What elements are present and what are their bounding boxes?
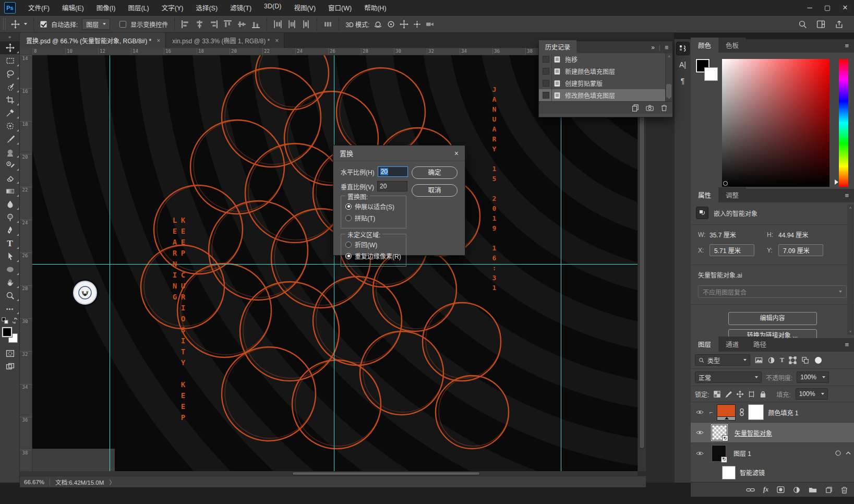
color-panel-swatches[interactable] — [696, 59, 719, 82]
collapse-smart-filters-icon[interactable] — [846, 451, 851, 455]
filter-pixel-layers-icon[interactable] — [755, 356, 763, 364]
menu-item[interactable]: 图层(L) — [122, 0, 155, 16]
color-fill-thumbnail[interactable] — [717, 404, 736, 417]
layer-name[interactable]: 智能滤镜 — [740, 468, 765, 477]
toolbar-collapse-icon[interactable]: » — [0, 33, 19, 41]
menu-item[interactable]: 视图(V) — [287, 0, 322, 16]
tab-paths[interactable]: 路径 — [746, 337, 774, 352]
vertical-scrollbar-thumb[interactable] — [639, 83, 645, 449]
lock-artboard-icon[interactable] — [748, 391, 755, 398]
history-source-checkbox[interactable] — [543, 68, 549, 75]
width-value[interactable]: 35.7 厘米 — [709, 230, 767, 239]
layer-row-smart-object[interactable]: 矢量智能对象 — [691, 423, 854, 443]
wrap-around-radio[interactable] — [345, 242, 352, 248]
tab-layers[interactable]: 图层 — [691, 337, 718, 352]
share-icon[interactable] — [835, 20, 844, 29]
opacity-dropdown[interactable]: 100% — [797, 371, 829, 383]
gradient-tool[interactable] — [0, 185, 20, 198]
layer-row-layer1[interactable]: 图层 1 — [691, 443, 854, 463]
tab-close-icon[interactable]: × — [157, 37, 160, 44]
menu-item[interactable]: 文件(F) — [22, 0, 56, 16]
close-icon[interactable]: ✕ — [836, 0, 854, 15]
align-horizontal-centers-icon[interactable] — [195, 20, 204, 29]
panel-menu-icon[interactable]: ≡ — [839, 338, 854, 352]
auto-select-checkbox[interactable] — [40, 21, 47, 28]
move-tool[interactable] — [0, 41, 20, 54]
delete-layer-trash-icon[interactable] — [841, 486, 848, 494]
visibility-eye-icon[interactable] — [694, 451, 705, 456]
history-step[interactable]: 新建颜色填充图层 — [539, 65, 672, 77]
layer-row-color-fill[interactable]: ⌐ 颜色填充 1 — [691, 402, 854, 423]
menu-item[interactable]: 滤镜(T) — [224, 0, 258, 16]
menu-item[interactable]: 3D(D) — [258, 0, 287, 16]
horizontal-scrollbar[interactable] — [20, 471, 638, 476]
layer-name[interactable]: 颜色填充 1 — [768, 408, 798, 417]
eyedropper-tool[interactable] — [0, 106, 20, 119]
align-left-edges-icon[interactable] — [181, 20, 190, 29]
menu-item[interactable]: 图像(I) — [90, 0, 122, 16]
add-layer-mask-icon[interactable] — [777, 486, 785, 493]
y-position-field[interactable]: 7.09 厘米 — [778, 244, 823, 256]
panel-menu-icon[interactable]: ≡ — [839, 39, 854, 53]
screen-mode-icon[interactable] — [0, 360, 20, 373]
horizontal-scale-input[interactable]: 20 — [378, 166, 408, 177]
layer-row-smart-filters[interactable]: 智能滤镜 — [691, 463, 854, 482]
history-source-checkbox[interactable] — [543, 80, 549, 87]
distribute-centers-icon[interactable] — [287, 20, 296, 29]
move-option-caret-icon[interactable] — [24, 23, 27, 25]
filter-type-layers-icon[interactable]: T — [780, 356, 784, 364]
tab-swatches[interactable]: 色板 — [718, 38, 746, 53]
align-top-edges-icon[interactable] — [223, 20, 232, 29]
menu-item[interactable]: 窗口(W) — [322, 0, 358, 16]
link-layers-icon[interactable] — [746, 487, 755, 493]
minimize-icon[interactable]: ─ — [801, 0, 819, 15]
swap-colors-icon[interactable] — [11, 317, 18, 324]
properties-scrollbar[interactable]: ˄˅ — [847, 205, 853, 335]
lock-transparency-icon[interactable] — [714, 391, 720, 398]
filter-toggle-pin[interactable] — [815, 357, 822, 364]
hand-tool[interactable] — [0, 276, 20, 289]
distribute-top-icon[interactable] — [273, 20, 282, 29]
history-step[interactable]: 拖移 — [539, 53, 672, 65]
menu-item[interactable]: 选择(S) — [189, 0, 224, 16]
tab-properties[interactable]: 属性 — [691, 187, 718, 202]
menu-item[interactable]: 文字(Y) — [155, 0, 190, 16]
smart-filter-blend-icon[interactable] — [835, 450, 841, 457]
type-tool[interactable]: T — [0, 237, 20, 250]
lasso-tool[interactable] — [0, 67, 20, 80]
workspace-switcher-icon[interactable] — [816, 20, 825, 29]
background-swatch[interactable] — [704, 67, 718, 81]
tab-close-icon[interactable]: × — [275, 37, 279, 44]
cancel-button[interactable]: 取消 — [412, 184, 458, 197]
filter-shape-layers-icon[interactable] — [789, 356, 797, 364]
hue-strip[interactable] — [839, 59, 848, 187]
tab-channels[interactable]: 通道 — [718, 337, 746, 352]
search-icon[interactable] — [798, 20, 807, 29]
tab-color[interactable]: 颜色 — [691, 38, 718, 53]
history-source-checkbox[interactable] — [543, 92, 549, 99]
tab-adjustments[interactable]: 调整 — [718, 187, 746, 202]
distribute-spacing-icon[interactable] — [323, 20, 332, 29]
align-vertical-centers-icon[interactable] — [237, 20, 246, 29]
lock-pixels-icon[interactable] — [725, 391, 732, 398]
fill-dropdown[interactable]: 100% — [796, 388, 828, 400]
move-tool-option-icon[interactable] — [11, 20, 20, 29]
zoom-tool[interactable] — [0, 289, 20, 302]
show-transform-checkbox[interactable] — [119, 21, 126, 28]
pen-tool[interactable] — [0, 224, 20, 237]
maximize-icon[interactable]: ▢ — [819, 0, 836, 15]
new-adjustment-layer-icon[interactable] — [793, 486, 800, 494]
filter-adjustment-layers-icon[interactable] — [767, 356, 775, 364]
lock-all-icon[interactable] — [760, 391, 766, 398]
hue-marker[interactable] — [835, 179, 838, 185]
menu-item[interactable]: 编辑(E) — [56, 0, 90, 16]
edit-toolbar-icon[interactable]: ••• — [0, 302, 20, 315]
align-right-edges-icon[interactable] — [209, 20, 218, 29]
tile-radio[interactable] — [345, 215, 352, 221]
marquee-tool[interactable] — [0, 54, 20, 67]
auto-select-dropdown[interactable]: 图层 — [82, 18, 110, 30]
3d-pan-icon[interactable] — [400, 20, 408, 29]
link-mask-icon[interactable] — [740, 408, 744, 416]
history-brush-tool[interactable] — [0, 159, 20, 172]
saturation-field[interactable] — [722, 59, 829, 187]
